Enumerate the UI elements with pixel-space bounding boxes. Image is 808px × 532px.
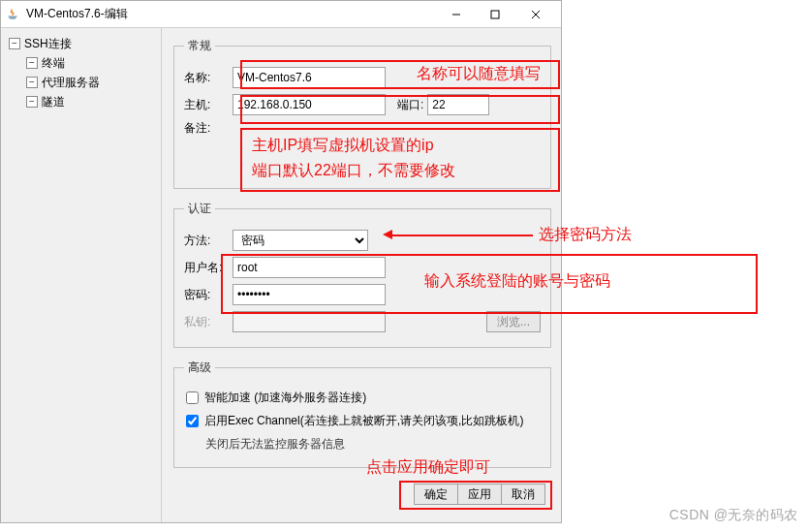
- minimize-button[interactable]: [437, 1, 476, 28]
- browse-button: 浏览...: [486, 311, 541, 332]
- button-bar: 确定 应用 取消: [173, 480, 551, 511]
- host-input[interactable]: [233, 94, 386, 115]
- collapse-icon[interactable]: −: [9, 38, 20, 49]
- cancel-button[interactable]: 取消: [502, 484, 545, 505]
- exec-note: 关闭后无法监控服务器信息: [205, 436, 345, 453]
- tree-item-label: 终端: [42, 55, 65, 72]
- svg-rect-1: [491, 11, 499, 18]
- collapse-icon[interactable]: −: [26, 96, 38, 108]
- tree-root-ssh[interactable]: − SSH连接: [7, 34, 157, 53]
- key-input: [233, 311, 386, 332]
- advanced-legend: 高级: [184, 360, 215, 376]
- username-input[interactable]: [233, 257, 386, 278]
- accel-checkbox[interactable]: [186, 391, 199, 404]
- annot-arrow-head-icon: [383, 230, 392, 239]
- annot-arrow-line: [392, 235, 533, 236]
- auth-legend: 认证: [184, 201, 215, 217]
- method-select[interactable]: 密码: [233, 230, 368, 251]
- apply-button[interactable]: 应用: [458, 484, 502, 505]
- tree-item-tunnel[interactable]: − 隧道: [24, 92, 157, 111]
- user-label: 用户名:: [184, 260, 229, 276]
- tree-item-label: 代理服务器: [42, 75, 100, 91]
- dialog-window: VM-Centos7.6-编辑 − SSH连接 − 终端 −: [0, 0, 562, 523]
- note-label: 备注:: [184, 120, 229, 137]
- ok-button[interactable]: 确定: [414, 484, 458, 505]
- host-label: 主机:: [184, 97, 229, 113]
- exec-label: 启用Exec Channel(若连接上就被断开,请关闭该项,比如跳板机): [204, 413, 523, 429]
- general-fieldset: 常规 名称: 主机: 端口: 备注:: [173, 38, 551, 189]
- watermark: CSDN @无奈的码农: [669, 507, 798, 524]
- collapse-icon[interactable]: −: [26, 77, 38, 88]
- main-panel: 常规 名称: 主机: 端口: 备注: 认证 方法: [162, 28, 561, 522]
- accel-label: 智能加速 (加速海外服务器连接): [204, 390, 366, 406]
- tree-item-label: 隧道: [42, 94, 65, 110]
- key-label: 私钥:: [184, 314, 229, 330]
- tree-item-proxy[interactable]: − 代理服务器: [24, 73, 157, 92]
- tree-root-label: SSH连接: [24, 36, 72, 52]
- name-label: 名称:: [184, 70, 229, 86]
- collapse-icon[interactable]: −: [26, 57, 38, 69]
- advanced-fieldset: 高级 智能加速 (加速海外服务器连接) 启用Exec Channel(若连接上就…: [173, 360, 551, 468]
- port-input[interactable]: [427, 94, 489, 115]
- name-input[interactable]: [233, 67, 386, 88]
- titlebar: VM-Centos7.6-编辑: [1, 1, 561, 28]
- close-button[interactable]: [514, 1, 557, 28]
- port-label: 端口:: [397, 97, 423, 113]
- pass-label: 密码:: [184, 287, 229, 303]
- method-label: 方法:: [184, 233, 229, 249]
- sidebar: − SSH连接 − 终端 − 代理服务器 − 隧道: [1, 28, 162, 522]
- window-title: VM-Centos7.6-编辑: [26, 6, 437, 22]
- exec-checkbox[interactable]: [186, 415, 199, 427]
- password-input[interactable]: [233, 284, 386, 305]
- java-icon: [5, 7, 20, 22]
- general-legend: 常规: [184, 38, 215, 54]
- auth-fieldset: 认证 方法: 密码 用户名: 密码: 私钥:: [173, 201, 551, 348]
- tree: − SSH连接 − 终端 − 代理服务器 − 隧道: [5, 34, 157, 111]
- tree-item-terminal[interactable]: − 终端: [24, 53, 157, 73]
- maximize-button[interactable]: [476, 1, 514, 28]
